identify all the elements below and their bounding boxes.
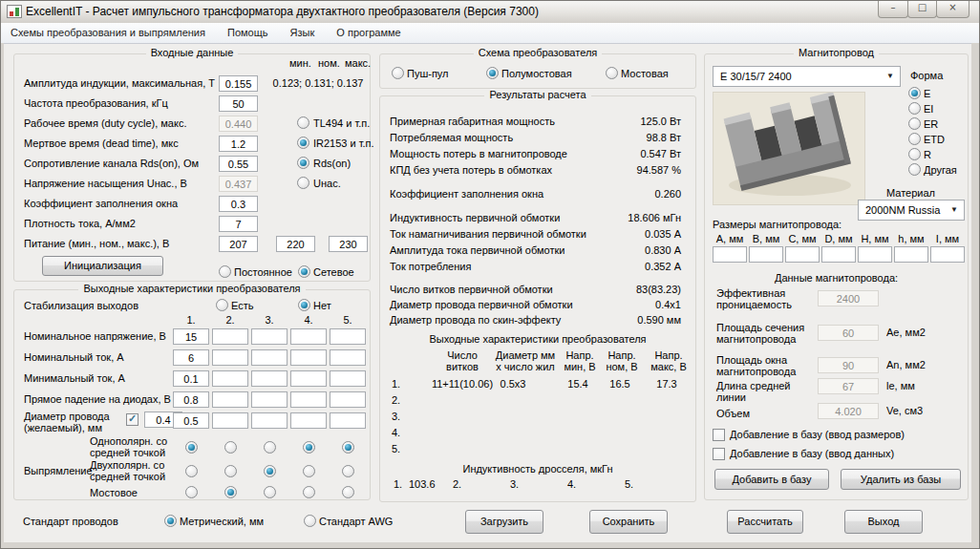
grid-input[interactable]	[173, 349, 209, 366]
rect-unipolar-col3-radio[interactable]	[264, 441, 276, 454]
delete-from-db-button[interactable]: Удалить из базы	[841, 469, 961, 490]
add-by-data-checkbox[interactable]	[713, 448, 725, 460]
grid-input[interactable]	[290, 328, 327, 345]
rect-bipolar-col2-radio[interactable]	[224, 465, 237, 477]
unas-radio[interactable]	[297, 177, 309, 189]
rds-radio[interactable]	[297, 157, 309, 169]
unas-input[interactable]	[219, 176, 258, 192]
grid-input[interactable]	[290, 370, 327, 387]
stab-yes-radio[interactable]	[216, 299, 228, 311]
add-to-db-button[interactable]: Добавить в базу	[714, 469, 829, 490]
rect-unipolar-col1-radio[interactable]	[185, 441, 198, 454]
grid-input[interactable]	[173, 328, 209, 345]
volume-input[interactable]	[818, 403, 879, 419]
grid-input[interactable]	[330, 370, 366, 387]
metric-radio[interactable]	[164, 515, 177, 527]
bridge-radio[interactable]	[606, 67, 618, 79]
exit-button[interactable]: Выход	[844, 510, 923, 534]
grid-input[interactable]	[212, 370, 248, 387]
rect-bridge-col3-radio[interactable]	[264, 486, 276, 498]
menu-about[interactable]: О программе	[327, 23, 410, 41]
load-button[interactable]: Загрузить	[465, 510, 543, 534]
halfbridge-radio[interactable]	[486, 67, 499, 79]
core-select[interactable]: E 30/15/7 2400 ▼	[713, 66, 901, 87]
grid-input[interactable]	[251, 412, 288, 429]
dim-input[interactable]	[894, 246, 928, 263]
shape-etd-radio[interactable]	[908, 133, 921, 145]
frequency-input[interactable]	[219, 95, 258, 112]
grid-input[interactable]	[290, 412, 327, 429]
induction-input[interactable]	[219, 75, 258, 92]
rect-bipolar-col1-radio[interactable]	[185, 465, 198, 477]
grid-input[interactable]	[173, 391, 209, 408]
shape-er-radio[interactable]	[908, 117, 921, 130]
dim-input[interactable]	[749, 246, 783, 263]
rect-bipolar-col4-radio[interactable]	[303, 465, 315, 477]
awg-radio[interactable]	[304, 515, 316, 527]
duty-input[interactable]	[219, 116, 258, 132]
shape-e-radio[interactable]	[908, 87, 921, 99]
shape-other-radio[interactable]	[908, 163, 921, 176]
grid-input[interactable]	[330, 412, 366, 429]
deadtime-input[interactable]	[219, 136, 258, 152]
menu-language[interactable]: Язык	[281, 23, 325, 41]
dim-input[interactable]	[858, 246, 892, 263]
grid-input[interactable]	[330, 349, 366, 366]
maximize-button[interactable]: □	[907, 0, 937, 18]
ir2153-radio[interactable]	[297, 137, 309, 149]
grid-input[interactable]	[290, 349, 327, 366]
close-button[interactable]: ×	[936, 0, 969, 18]
mains-supply-radio[interactable]	[298, 265, 310, 278]
rect-bipolar-col3-radio[interactable]	[264, 465, 276, 477]
supply-max-input[interactable]	[329, 236, 368, 252]
grid-input[interactable]	[251, 391, 288, 408]
rect-unipolar-col2-radio[interactable]	[224, 441, 237, 454]
dim-input[interactable]	[930, 246, 965, 263]
pushpull-radio[interactable]	[392, 67, 404, 79]
calculate-button[interactable]: Рассчитать	[727, 510, 803, 534]
rds-input[interactable]	[219, 156, 258, 172]
rect-unipolar-col5-radio[interactable]	[342, 441, 354, 454]
grid-input[interactable]	[251, 328, 288, 345]
rect-bipolar-col5-radio[interactable]	[342, 465, 354, 477]
permeability-input[interactable]	[818, 290, 879, 306]
rect-bridge-col5-radio[interactable]	[342, 486, 354, 498]
grid-input[interactable]	[173, 412, 209, 429]
path-length-input[interactable]	[818, 378, 879, 394]
menu-help[interactable]: Помощь	[218, 23, 278, 41]
dim-input[interactable]	[821, 246, 856, 263]
stab-no-radio[interactable]	[298, 299, 310, 311]
rect-bridge-col2-radio[interactable]	[224, 486, 237, 498]
dc-supply-radio[interactable]	[219, 265, 231, 278]
supply-min-input[interactable]	[219, 236, 258, 252]
grid-input[interactable]	[212, 328, 248, 345]
menu-schemes[interactable]: Схемы преобразования и выпрямления	[1, 23, 215, 41]
grid-input[interactable]	[212, 412, 248, 429]
grid-input[interactable]	[212, 349, 248, 366]
cross-section-input[interactable]	[818, 325, 879, 341]
minimize-button[interactable]: –	[878, 0, 908, 18]
wire-diameter-checkbox[interactable]	[126, 413, 138, 426]
shape-r-radio[interactable]	[908, 148, 921, 160]
window-area-input[interactable]	[818, 357, 879, 373]
supply-nom-input[interactable]	[276, 236, 315, 252]
grid-input[interactable]	[212, 391, 248, 408]
grid-input[interactable]	[330, 391, 366, 408]
dim-input[interactable]	[713, 246, 747, 263]
current-density-input[interactable]	[219, 216, 258, 232]
save-button[interactable]: Сохранить	[589, 510, 668, 534]
fill-factor-input[interactable]	[219, 196, 258, 212]
tl494-radio[interactable]	[297, 116, 309, 129]
grid-input[interactable]	[290, 391, 327, 408]
material-select[interactable]: 2000NM Russia ▼	[858, 200, 965, 221]
rect-bridge-col1-radio[interactable]	[185, 486, 198, 498]
rect-unipolar-col4-radio[interactable]	[303, 441, 315, 454]
dim-input[interactable]	[785, 246, 820, 263]
grid-input[interactable]	[251, 370, 288, 387]
grid-input[interactable]	[330, 328, 366, 345]
grid-input[interactable]	[173, 370, 209, 387]
add-by-size-checkbox[interactable]	[713, 429, 725, 441]
rect-bridge-col4-radio[interactable]	[303, 486, 315, 498]
shape-ei-radio[interactable]	[908, 102, 921, 115]
init-button[interactable]: Инициализация	[42, 256, 163, 276]
